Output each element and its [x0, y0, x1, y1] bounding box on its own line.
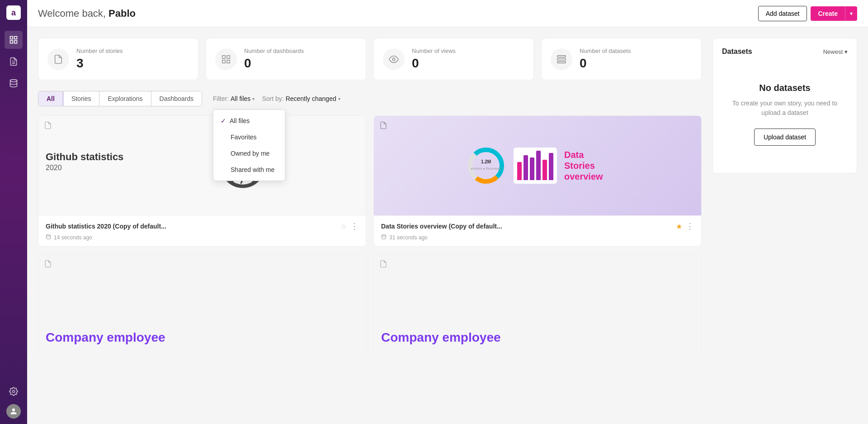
card-file-icon-c1 — [44, 260, 52, 270]
svg-rect-10 — [222, 60, 225, 62]
no-datasets-desc: To create your own story, you need to up… — [731, 99, 839, 118]
dashboards-icon — [215, 48, 237, 70]
stat-card-views: Number of views 0 — [373, 38, 534, 80]
card-preview-company-2: Company employee — [374, 254, 701, 354]
github-card-name: Github statistics 2020 (Copy of default.… — [46, 223, 340, 230]
stat-card-stories: Number of stories 3 — [38, 38, 198, 80]
ds-card-meta: 31 seconds ago — [381, 234, 694, 241]
sort-value: Recently changed — [286, 95, 336, 102]
page-title: Welcome back, Pablo — [38, 8, 136, 19]
card-preview-datastories: 1.2M ● Active ● Recovered — [374, 116, 701, 215]
filter-option-owned-by-me[interactable]: Owned by me — [213, 145, 285, 162]
sort-button[interactable]: Sort by: Recently changed ▾ — [262, 95, 340, 102]
ds-card-name: Data Stories overview (Copy of default..… — [381, 223, 676, 230]
filter-option-shared-with-me[interactable]: Shared with me — [213, 162, 285, 178]
card-company-1[interactable]: Company employee — [38, 254, 366, 354]
tab-all[interactable]: All — [38, 91, 63, 106]
tab-group: All Stories Explorations Dashboards — [38, 91, 202, 106]
filter-dropdown-container: Filter: All files ▾ ✓ All files — [213, 95, 255, 102]
stories-label: Number of stories — [76, 48, 123, 54]
datasets-sort-label: Newest — [823, 48, 843, 55]
cards-grid: Github statistics 2020 Github statistics… — [38, 115, 702, 354]
svg-rect-30 — [382, 235, 386, 239]
svg-point-6 — [10, 80, 17, 82]
card-preview-company-1: Company employee — [38, 254, 366, 354]
svg-point-7 — [13, 391, 15, 393]
stories-value: 3 — [76, 56, 123, 71]
filter-sort-row: Filter: All files ▾ ✓ All files — [213, 95, 340, 102]
svg-rect-0 — [10, 37, 13, 39]
github-star-icon[interactable]: ☆ — [340, 222, 347, 231]
filter-option-all-files[interactable]: ✓ All files — [213, 113, 285, 129]
stories-icon — [47, 48, 69, 70]
svg-text:1.2M: 1.2M — [481, 159, 491, 164]
ds-more-icon[interactable]: ⋮ — [686, 221, 694, 231]
ds-calendar-icon — [381, 234, 387, 241]
github-card-meta: 14 seconds ago — [46, 234, 359, 241]
create-button-group: Create ▾ — [811, 6, 857, 21]
card-github-stats[interactable]: Github statistics 2020 Github statistics… — [38, 115, 366, 247]
filter-chevron-icon: ▾ — [252, 96, 255, 101]
svg-rect-9 — [227, 55, 230, 58]
sort-label: Sort by: — [262, 95, 283, 102]
svg-rect-3 — [14, 41, 17, 43]
filter-button[interactable]: Filter: All files ▾ — [213, 95, 255, 102]
stat-card-dashboards: Number of dashboards 0 — [206, 38, 366, 80]
no-datasets-content: No datasets To create your own story, yo… — [722, 65, 848, 164]
github-more-icon[interactable]: ⋮ — [350, 221, 359, 231]
sidebar-settings[interactable] — [5, 382, 23, 400]
company-card-1-title: Company employee — [46, 330, 165, 345]
svg-rect-13 — [557, 55, 566, 57]
check-icon: ✓ — [221, 117, 226, 124]
app-logo[interactable]: a — [6, 5, 21, 20]
dashboards-value: 0 — [244, 56, 304, 71]
upload-dataset-button[interactable]: Upload dataset — [754, 129, 816, 146]
datasets-stat-value: 0 — [580, 56, 631, 71]
ds-meta-time: 31 seconds ago — [389, 234, 428, 241]
sidebar-item-stories[interactable] — [5, 52, 23, 71]
sidebar-item-home[interactable] — [5, 31, 23, 49]
content-left: Number of stories 3 Number of dashboards… — [38, 38, 702, 413]
views-label: Number of views — [412, 48, 456, 54]
card-file-icon-c2 — [379, 260, 387, 270]
card-footer-github: Github statistics 2020 (Copy of default.… — [38, 215, 366, 246]
sidebar: a — [0, 0, 27, 424]
tabs-row: All Stories Explorations Dashboards Filt… — [38, 91, 702, 106]
tab-stories[interactable]: Stories — [63, 91, 100, 106]
add-dataset-button[interactable]: Add dataset — [758, 6, 807, 21]
sidebar-item-datasets[interactable] — [5, 74, 23, 92]
svg-rect-11 — [227, 60, 230, 62]
create-dropdown-button[interactable]: ▾ — [845, 6, 857, 21]
card-preview-github: Github statistics 2020 — [38, 116, 366, 215]
main-content: Welcome back, Pablo Add dataset Create ▾… — [27, 0, 868, 424]
card-company-2[interactable]: Company employee — [373, 254, 702, 354]
create-button[interactable]: Create — [811, 6, 845, 21]
github-card-title: Github statistics — [46, 151, 123, 164]
views-value: 0 — [412, 56, 456, 71]
tab-dashboards[interactable]: Dashboards — [151, 91, 202, 106]
svg-rect-21 — [47, 235, 51, 239]
user-avatar[interactable] — [6, 404, 21, 419]
datasets-title: Datasets — [722, 48, 752, 56]
card-footer-ds: Data Stories overview (Copy of default..… — [374, 215, 701, 246]
datasets-sort-chevron: ▾ — [844, 48, 848, 55]
tab-explorations[interactable]: Explorations — [99, 91, 151, 106]
dashboards-label: Number of dashboards — [244, 48, 304, 54]
datasets-header: Datasets Newest ▾ — [722, 48, 848, 56]
datasets-sort[interactable]: Newest ▾ — [823, 48, 848, 55]
calendar-icon — [46, 234, 51, 241]
svg-text:● Active  ● Recovered: ● Active ● Recovered — [471, 167, 501, 170]
svg-rect-2 — [10, 41, 13, 43]
header: Welcome back, Pablo Add dataset Create ▾ — [27, 0, 868, 27]
content-area: Number of stories 3 Number of dashboards… — [27, 27, 868, 424]
stat-card-datasets: Number of datasets 0 — [541, 38, 702, 80]
github-meta-time: 14 seconds ago — [54, 234, 92, 241]
datasets-panel-inner: Datasets Newest ▾ No datasets To create … — [712, 38, 857, 173]
ds-star-icon[interactable]: ★ — [676, 222, 682, 231]
filter-option-favorites[interactable]: Favorites — [213, 129, 285, 145]
svg-rect-15 — [557, 61, 566, 63]
card-data-stories[interactable]: 1.2M ● Active ● Recovered — [373, 115, 702, 247]
svg-rect-14 — [557, 58, 566, 60]
sidebar-bottom — [5, 382, 23, 419]
stats-row: Number of stories 3 Number of dashboards… — [38, 38, 702, 80]
